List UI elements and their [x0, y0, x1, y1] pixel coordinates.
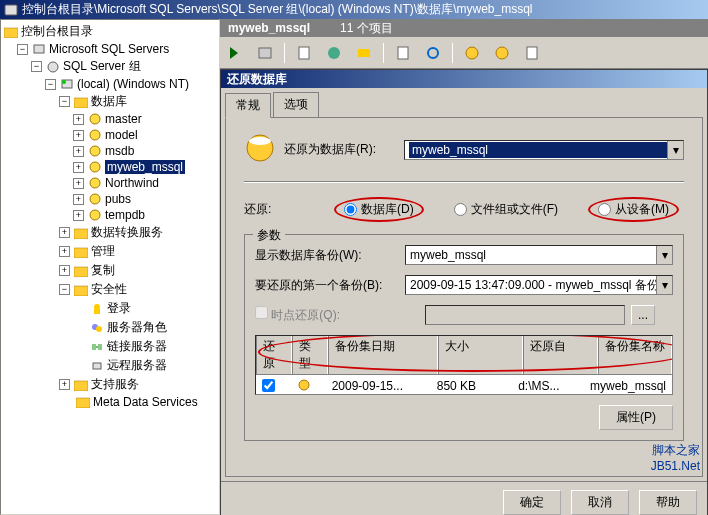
svg-point-10: [90, 162, 100, 172]
tree-db-model[interactable]: +model: [3, 127, 217, 143]
svg-point-8: [90, 130, 100, 140]
pit-input: [425, 305, 625, 325]
tree-meta[interactable]: Meta Data Services: [3, 394, 217, 410]
grid-header-name[interactable]: 备份集名称: [598, 336, 672, 374]
svg-rect-33: [398, 47, 408, 59]
toolbar-btn-1[interactable]: [224, 42, 246, 64]
chevron-down-icon[interactable]: ▾: [656, 276, 672, 294]
first-backup-combo[interactable]: 2009-09-15 13:47:09.000 - myweb_mssql 备份…: [405, 275, 673, 295]
tree-db-pubs[interactable]: +pubs: [3, 191, 217, 207]
chevron-down-icon[interactable]: ▾: [656, 246, 672, 264]
tree-security[interactable]: −安全性: [3, 280, 217, 299]
restore-label: 还原:: [244, 201, 304, 218]
svg-rect-22: [92, 344, 96, 350]
svg-point-36: [496, 47, 508, 59]
grid-header-restore[interactable]: 还原: [256, 336, 292, 374]
grid-header-from[interactable]: 还原自: [523, 336, 598, 374]
tree-root[interactable]: 控制台根目录: [3, 22, 217, 41]
grid-row[interactable]: 2009-09-15... 850 KB d:\MS... myweb_mssq…: [256, 375, 672, 395]
toolbar-btn-9[interactable]: [491, 42, 513, 64]
tree-local[interactable]: −(local) (Windows NT): [3, 76, 217, 92]
svg-rect-29: [259, 48, 271, 58]
first-backup-label: 要还原的第一个备份(B):: [255, 277, 405, 294]
svg-point-9: [90, 146, 100, 156]
restore-icon: [244, 132, 284, 167]
svg-rect-15: [74, 248, 88, 258]
tree-panel[interactable]: 控制台根目录 −Microsoft SQL Servers −SQL Serve…: [0, 19, 220, 515]
svg-point-35: [466, 47, 478, 59]
ok-button[interactable]: 确定: [503, 490, 561, 515]
toolbar-btn-7[interactable]: [422, 42, 444, 64]
svg-rect-26: [74, 381, 88, 391]
restore-as-input[interactable]: [409, 142, 679, 158]
toolbar-btn-2[interactable]: [254, 42, 276, 64]
restore-dialog: 还原数据库 常规 选项 还原为数据库(R): ▾: [220, 69, 708, 515]
svg-point-21: [96, 326, 102, 332]
svg-point-39: [249, 137, 271, 145]
restore-as-combo[interactable]: ▾: [404, 140, 684, 160]
tree-dts[interactable]: +数据转换服务: [3, 223, 217, 242]
grid-header-date[interactable]: 备份集日期: [328, 336, 438, 374]
tree-sec-roles[interactable]: 服务器角色: [3, 318, 217, 337]
radio-device[interactable]: 从设备(M): [598, 201, 669, 218]
pit-browse-button[interactable]: ...: [631, 305, 655, 325]
mmc-icon: [4, 3, 18, 17]
toolbar-btn-4[interactable]: [323, 42, 345, 64]
svg-point-7: [90, 114, 100, 124]
show-backups-combo[interactable]: myweb_mssql ▾: [405, 245, 673, 265]
backup-type-icon: [297, 379, 311, 391]
toolbar-btn-3[interactable]: [293, 42, 315, 64]
tree-servers[interactable]: −Microsoft SQL Servers: [3, 41, 217, 57]
list-count: 11 个项目: [340, 20, 393, 37]
svg-point-31: [328, 47, 340, 59]
svg-rect-2: [34, 45, 44, 53]
tree-db-northwind[interactable]: +Northwind: [3, 175, 217, 191]
help-button[interactable]: 帮助: [639, 490, 697, 515]
tree-sec-remote[interactable]: 远程服务器: [3, 356, 217, 375]
toolbar: [220, 37, 708, 69]
svg-point-5: [62, 80, 66, 84]
tree-db-tempdb[interactable]: +tempdb: [3, 207, 217, 223]
list-name: myweb_mssql: [228, 21, 310, 35]
svg-rect-19: [94, 309, 100, 314]
properties-button[interactable]: 属性(P): [599, 405, 673, 430]
toolbar-btn-8[interactable]: [461, 42, 483, 64]
radio-database[interactable]: 数据库(D): [344, 201, 414, 218]
tree-db-master[interactable]: +master: [3, 111, 217, 127]
backup-grid[interactable]: 还原 类型 备份集日期 大小 还原自 备份集名称 2009-09-15...: [255, 335, 673, 395]
svg-rect-25: [93, 363, 101, 369]
svg-rect-1: [4, 28, 18, 38]
svg-rect-6: [74, 98, 88, 108]
svg-rect-27: [76, 398, 90, 408]
window-title: 控制台根目录\Microsoft SQL Servers\SQL Server …: [22, 1, 533, 18]
tab-general[interactable]: 常规: [225, 93, 271, 118]
grid-row-checkbox[interactable]: [262, 379, 275, 392]
svg-rect-37: [527, 47, 537, 59]
radio-filegroup[interactable]: 文件组或文件(F): [454, 201, 558, 218]
svg-rect-0: [5, 5, 17, 15]
tree-db-myweb[interactable]: +myweb_mssql: [3, 159, 217, 175]
chevron-down-icon[interactable]: ▾: [667, 141, 683, 159]
tree-repl[interactable]: +复制: [3, 261, 217, 280]
cancel-button[interactable]: 取消: [571, 490, 629, 515]
svg-point-3: [48, 62, 58, 72]
show-backups-label: 显示数据库备份(W):: [255, 247, 405, 264]
pit-checkbox: 时点还原(Q):: [255, 306, 375, 324]
svg-rect-23: [98, 344, 102, 350]
tab-options[interactable]: 选项: [273, 92, 319, 117]
toolbar-btn-6[interactable]: [392, 42, 414, 64]
tree-sec-login[interactable]: 登录: [3, 299, 217, 318]
tree-databases[interactable]: −数据库: [3, 92, 217, 111]
grid-header-size[interactable]: 大小: [438, 336, 523, 374]
list-header: myweb_mssql 11 个项目: [220, 19, 708, 37]
tree-group[interactable]: −SQL Server 组: [3, 57, 217, 76]
tree-sec-linked[interactable]: 链接服务器: [3, 337, 217, 356]
tree-db-msdb[interactable]: +msdb: [3, 143, 217, 159]
tree-mgmt[interactable]: +管理: [3, 242, 217, 261]
svg-marker-28: [230, 47, 238, 59]
tree-support[interactable]: +支持服务: [3, 375, 217, 394]
svg-point-11: [90, 178, 100, 188]
toolbar-btn-5[interactable]: [353, 42, 375, 64]
toolbar-btn-10[interactable]: [521, 42, 543, 64]
grid-header-type[interactable]: 类型: [292, 336, 328, 374]
